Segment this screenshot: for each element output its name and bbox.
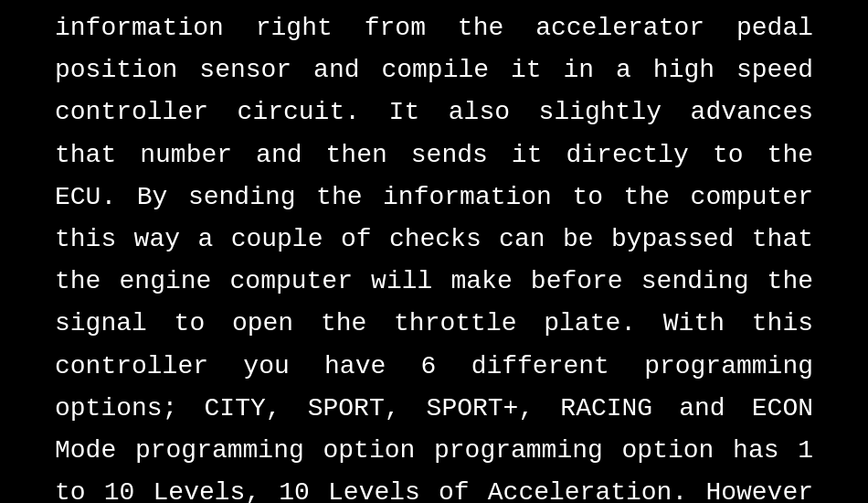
main-text-block: information right from the accelerator p… [0, 0, 868, 503]
